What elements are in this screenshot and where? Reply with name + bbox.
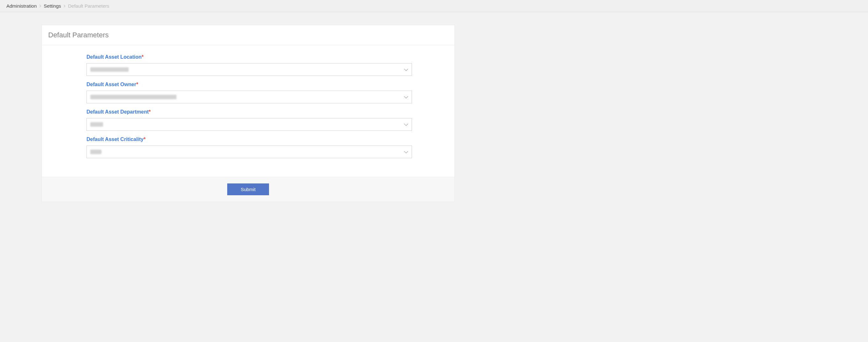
select-default-asset-location[interactable] bbox=[87, 63, 412, 76]
select-default-asset-location-wrap bbox=[87, 63, 412, 76]
submit-button[interactable]: Submit bbox=[227, 183, 269, 195]
default-parameters-panel: Default Parameters Default Asset Locatio… bbox=[41, 25, 455, 202]
breadcrumb-item-administration[interactable]: Administration bbox=[6, 3, 37, 9]
breadcrumb-item-settings[interactable]: Settings bbox=[44, 3, 61, 9]
select-default-asset-department-wrap bbox=[87, 118, 412, 131]
breadcrumb-item-current: Default Parameters bbox=[68, 3, 109, 9]
chevron-right-icon bbox=[39, 4, 41, 8]
label-default-asset-department: Default Asset Department* bbox=[87, 109, 412, 115]
label-default-asset-criticality: Default Asset Criticality* bbox=[87, 136, 412, 142]
select-default-asset-criticality-wrap bbox=[87, 146, 412, 158]
breadcrumb: Administration Settings Default Paramete… bbox=[0, 0, 868, 12]
select-default-asset-owner[interactable] bbox=[87, 91, 412, 103]
select-default-asset-owner-wrap bbox=[87, 91, 412, 103]
chevron-right-icon bbox=[63, 4, 65, 8]
page-title: Default Parameters bbox=[48, 31, 448, 39]
select-default-asset-criticality[interactable] bbox=[87, 146, 412, 158]
select-default-asset-department[interactable] bbox=[87, 118, 412, 131]
label-default-asset-owner: Default Asset Owner* bbox=[87, 82, 412, 87]
label-default-asset-location: Default Asset Location* bbox=[87, 54, 412, 60]
